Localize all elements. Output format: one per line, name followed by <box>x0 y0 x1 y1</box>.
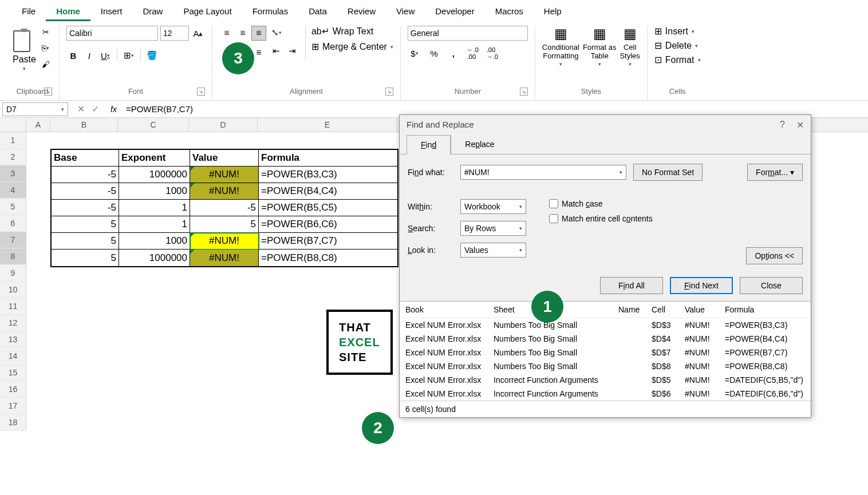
decrease-decimal-button[interactable]: .00→.0 <box>486 46 499 60</box>
col-header-D[interactable]: D <box>189 118 258 132</box>
result-row[interactable]: Excel NUM Error.xlsxIncorrect Function A… <box>400 373 811 387</box>
cell[interactable]: 5 <box>52 216 119 233</box>
row-header-4[interactable]: 4 <box>0 182 26 199</box>
cell[interactable]: 1000 <box>119 183 190 200</box>
row-header-3[interactable]: 3 <box>0 165 26 182</box>
menu-page-layout[interactable]: Page Layout <box>173 3 242 21</box>
row-header-12[interactable]: 12 <box>0 315 26 331</box>
dialog-launcher-icon[interactable]: ↘ <box>385 88 393 96</box>
cell[interactable]: #NUM! <box>190 167 259 183</box>
insert-button[interactable]: ⊞Insert ▾ <box>654 26 695 37</box>
find-next-button[interactable]: Find Next <box>670 277 733 294</box>
match-case-checkbox[interactable]: Match case <box>549 199 653 208</box>
format-button[interactable]: Format... ▾ <box>747 164 803 181</box>
find-what-input[interactable]: #NUM!▾ <box>460 165 626 180</box>
merge-center-button[interactable]: ⊞Merge & Center ▾ <box>311 41 393 52</box>
results-header-name[interactable]: Name <box>618 305 652 314</box>
font-size-select[interactable] <box>160 26 189 41</box>
font-name-select[interactable] <box>66 26 158 41</box>
orientation-button[interactable]: ⤡▾ <box>270 26 283 39</box>
row-header-2[interactable]: 2 <box>0 149 26 165</box>
decrease-indent-button[interactable]: ⇤ <box>270 44 283 58</box>
result-row[interactable]: Excel NUM Error.xlsxNumbers Too Big Smal… <box>400 359 811 373</box>
cell[interactable]: 1 <box>119 200 190 216</box>
cell[interactable]: #NUM! <box>190 250 259 266</box>
result-row[interactable]: Excel NUM Error.xlsxNumbers Too Big Smal… <box>400 332 811 346</box>
select-all-corner[interactable] <box>0 118 26 132</box>
cell[interactable]: #NUM! <box>190 183 259 200</box>
align-top-button[interactable]: ≡ <box>219 26 234 41</box>
result-row[interactable]: Excel NUM Error.xlsxIncorrect Function A… <box>400 387 811 401</box>
col-header-A[interactable]: A <box>26 118 50 132</box>
paste-button[interactable]: Paste ▾ <box>13 26 36 72</box>
cell[interactable]: #NUM! <box>190 233 259 250</box>
menu-developer[interactable]: Developer <box>425 3 484 21</box>
underline-button[interactable]: U ▾ <box>98 49 112 62</box>
row-header-14[interactable]: 14 <box>0 348 26 365</box>
cell[interactable]: -5 <box>190 200 259 216</box>
increase-indent-button[interactable]: ⇥ <box>286 44 299 58</box>
cell[interactable]: =POWER(B6,C6) <box>259 216 397 233</box>
menu-data[interactable]: Data <box>298 3 337 21</box>
dialog-launcher-icon[interactable]: ↘ <box>44 88 52 96</box>
dialog-launcher-icon[interactable]: ↘ <box>520 88 528 96</box>
menu-file[interactable]: File <box>11 3 46 21</box>
fill-color-button[interactable]: 🪣 <box>145 49 159 62</box>
cell[interactable]: =POWER(B3,C3) <box>259 167 397 183</box>
close-icon[interactable]: ✕ <box>796 120 804 130</box>
row-header-5[interactable]: 5 <box>0 199 26 215</box>
formula-input[interactable]: =POWER(B7,C7) <box>121 104 198 114</box>
italic-button[interactable]: I <box>82 49 96 62</box>
tab-replace[interactable]: Replace <box>451 135 508 155</box>
results-header-value[interactable]: Value <box>685 305 725 314</box>
menu-formulas[interactable]: Formulas <box>242 3 299 21</box>
cell[interactable]: =POWER(B5,C5) <box>259 200 397 216</box>
row-header-16[interactable]: 16 <box>0 381 26 398</box>
help-icon[interactable]: ? <box>780 120 785 130</box>
cell[interactable]: 5 <box>190 216 259 233</box>
format-painter-button[interactable]: 🖌 <box>40 58 52 70</box>
menu-insert[interactable]: Insert <box>90 3 133 21</box>
currency-button[interactable]: $ ▾ <box>408 46 421 60</box>
row-header-6[interactable]: 6 <box>0 215 26 232</box>
menu-view[interactable]: View <box>386 3 425 21</box>
cell[interactable]: =POWER(B8,C8) <box>259 250 397 266</box>
format-as-table-button[interactable]: ▦ Format as Table▾ <box>583 26 617 67</box>
close-button[interactable]: Close <box>740 277 803 294</box>
row-header-15[interactable]: 15 <box>0 365 26 381</box>
results-header-cell[interactable]: Cell <box>652 305 685 314</box>
col-header-C[interactable]: C <box>118 118 189 132</box>
fx-icon[interactable]: fx <box>106 105 121 114</box>
results-header-formula[interactable]: Formula <box>725 305 805 314</box>
cell[interactable]: =POWER(B7,C7) <box>259 233 397 250</box>
cell[interactable]: -5 <box>52 183 119 200</box>
row-header-13[interactable]: 13 <box>0 331 26 348</box>
cell[interactable]: 1 <box>119 216 190 233</box>
number-format-select[interactable] <box>408 26 528 41</box>
percent-button[interactable]: % <box>427 46 441 60</box>
cell[interactable]: -5 <box>52 167 119 183</box>
row-header-1[interactable]: 1 <box>0 132 26 149</box>
cell[interactable]: =POWER(B4,C4) <box>259 183 397 200</box>
cell[interactable]: 1000000 <box>119 167 190 183</box>
results-header-book[interactable]: Book <box>405 305 494 314</box>
menu-draw[interactable]: Draw <box>132 3 173 21</box>
cell[interactable]: 5 <box>52 233 119 250</box>
comma-button[interactable]: , <box>447 46 460 60</box>
lookin-select[interactable]: Values▾ <box>460 243 526 258</box>
conditional-formatting-button[interactable]: ▦ Conditional Formatting▾ <box>542 26 579 67</box>
increase-font-button[interactable]: A▴ <box>191 26 205 40</box>
cancel-formula-icon[interactable]: ✕ <box>77 104 85 114</box>
result-row[interactable]: Excel NUM Error.xlsxNumbers Too Big Smal… <box>400 318 811 332</box>
cell[interactable]: 1000000 <box>119 250 190 266</box>
no-format-button[interactable]: No Format Set <box>633 164 703 181</box>
col-header-B[interactable]: B <box>50 118 118 132</box>
align-bottom-button[interactable]: ≡ <box>251 26 266 41</box>
options-button[interactable]: Options << <box>746 247 803 264</box>
format-button[interactable]: ⊡Format ▾ <box>654 54 701 65</box>
within-select[interactable]: Workbook▾ <box>460 199 526 214</box>
row-header-18[interactable]: 18 <box>0 414 26 431</box>
table-header[interactable]: Exponent <box>119 150 190 167</box>
cell-styles-button[interactable]: ▦ Cell Styles▾ <box>620 26 640 67</box>
table-header[interactable]: Value <box>190 150 259 167</box>
